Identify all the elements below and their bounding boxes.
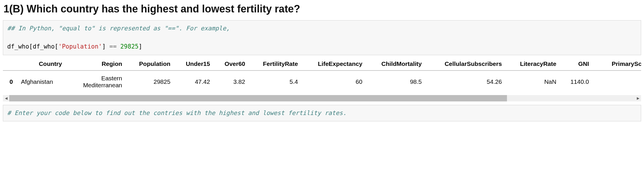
table-header: LiteracyRate [506,58,560,71]
table-header: GNI [560,58,593,71]
table-header: PrimarySchoolEnro [593,58,641,71]
code-token-number: 29825 [120,43,138,50]
code-token: df_who[df_who[ [7,43,58,50]
table-header: FertilityRate [249,58,302,71]
table-cell: 5.4 [249,71,302,93]
table-header: Region [66,58,126,71]
code-token-string: 'Population' [58,43,102,50]
table-cell: 1140.0 [560,71,593,93]
scroll-right-arrow-icon[interactable]: ▶ [635,95,641,101]
table-header: ChildMortality [366,58,426,71]
table-header: CellularSubscribers [426,58,506,71]
code-token: ] [138,43,142,50]
table-cell-index: 0 [3,71,17,93]
code-comment: # Enter your code below to find out the … [7,110,347,116]
horizontal-scrollbar[interactable]: ◀ ▶ [3,95,641,101]
table-cell: NaN [506,71,560,93]
output-area: Country Region Population Under15 Over60… [3,58,641,93]
table-cell: 3.82 [214,71,249,93]
scroll-thumb[interactable] [9,95,507,101]
table-cell: 54.26 [426,71,506,93]
code-token-operator: == [106,43,120,50]
table-cell: 47.42 [175,71,214,93]
table-header: Population [126,58,174,71]
code-token: ] [102,43,106,50]
scroll-left-arrow-icon[interactable]: ◀ [3,95,9,101]
table-cell: 60 [302,71,366,93]
table-header-index [3,58,17,71]
code-cell-2[interactable]: # Enter your code below to find out the … [3,105,641,122]
table-cell: Afghanistan [17,71,66,93]
dataframe-table: Country Region Population Under15 Over60… [3,58,641,93]
table-header: Over60 [214,58,249,71]
code-comment: ## In Python, "equal to" is represented … [7,25,230,32]
table-header-row: Country Region Population Under15 Over60… [3,58,641,71]
table-cell: 98.5 [366,71,426,93]
table-header: Under15 [175,58,214,71]
code-cell-1[interactable]: ## In Python, "equal to" is represented … [3,20,641,55]
table-cell [593,71,641,93]
table-header: Country [17,58,66,71]
table-cell: Eastern Mediterranean [66,71,126,93]
table-header: LifeExpectancy [302,58,366,71]
table-cell: 29825 [126,71,174,93]
table-row: 0 Afghanistan Eastern Mediterranean 2982… [3,71,641,93]
markdown-heading: 1(B) Which country has the highest and l… [0,0,644,20]
